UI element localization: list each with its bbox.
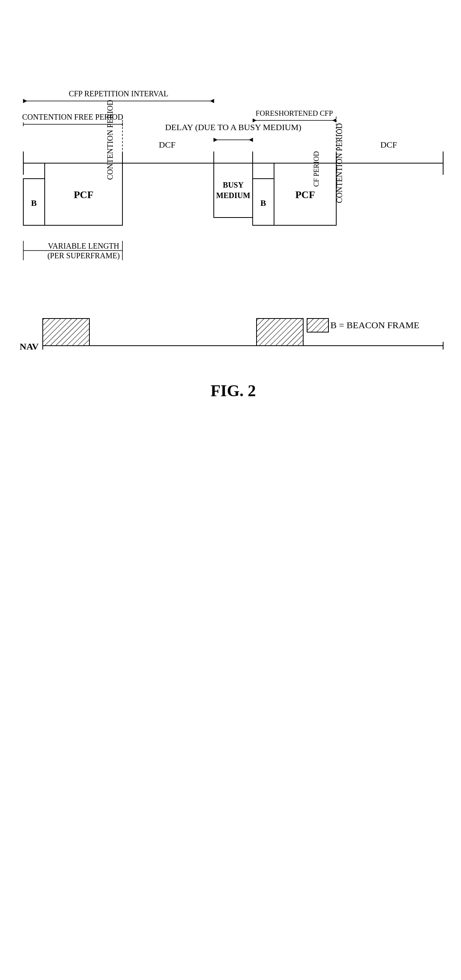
svg-marker-15 <box>210 99 214 103</box>
pcf1-label: PCF <box>74 189 94 200</box>
dcf2-label: DCF <box>381 140 397 150</box>
cf-period-label: CF PERIOD <box>313 151 320 187</box>
foreshortened-label: FORESHORTENED CFP <box>256 109 333 117</box>
beacon-frame-label: B = BEACON FRAME <box>330 320 419 330</box>
busy-medium-label-2: MEDIUM <box>216 191 250 200</box>
busy-medium-label-1: BUSY <box>223 181 244 189</box>
b2-label: B <box>260 198 266 208</box>
svg-marker-32 <box>253 118 257 122</box>
dcf1-label: DCF <box>159 140 176 150</box>
b1-label: B <box>31 198 37 208</box>
svg-marker-26 <box>249 138 253 142</box>
cfp-repetition-label: CFP REPETITION INTERVAL <box>69 89 168 98</box>
nav-label: NAV <box>20 341 39 352</box>
svg-rect-20 <box>214 163 253 218</box>
pcf2-label: PCF <box>295 189 315 200</box>
svg-marker-25 <box>214 138 218 142</box>
contention-free-label: CONTENTION FREE PERIOD <box>22 113 123 121</box>
svg-rect-41 <box>257 319 303 346</box>
contention-period-1-label: CONTENTION PERIOD <box>106 100 114 180</box>
per-superframe-label: (PER SUPERFRAME) <box>47 251 120 260</box>
fig2-label: FIG. 2 <box>211 382 256 400</box>
diagram-container: B PCF DCF CONTENTION PERIOD CONTENTION F… <box>0 0 461 980</box>
svg-marker-33 <box>332 118 336 122</box>
svg-marker-14 <box>23 99 27 103</box>
delay-label: DELAY (DUE TO A BUSY MEDIUM) <box>165 122 302 132</box>
svg-rect-42 <box>307 319 328 332</box>
svg-rect-40 <box>43 319 89 346</box>
variable-length-label: VARIABLE LENGTH <box>48 242 119 250</box>
